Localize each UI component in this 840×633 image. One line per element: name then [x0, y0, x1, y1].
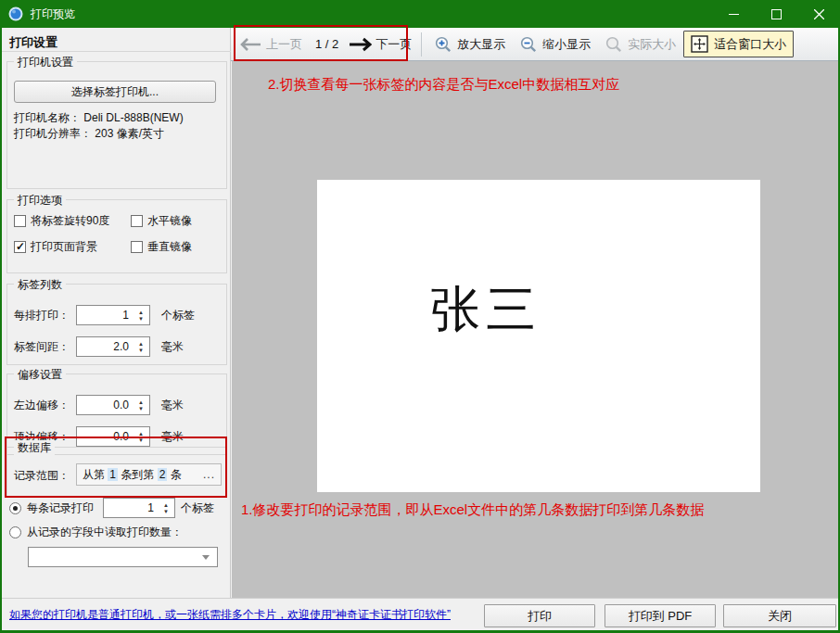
radio-label: 从记录的字段中读取打印数量：: [27, 525, 183, 540]
zoom-in-button[interactable]: 放大显示: [427, 32, 513, 57]
actual-size-icon: [605, 36, 622, 53]
spin-down-icon[interactable]: ▼: [138, 348, 144, 353]
label-columns-group: 标签列数 每排打印： 1 ▲▼ 个标签 标签间距： 2.0 ▲▼ 毫米: [6, 284, 227, 365]
database-group: 数据库 记录范围： 从第 1 条到第 2 条 ...: [6, 447, 227, 498]
print-button[interactable]: 打印: [484, 604, 595, 627]
checkbox-icon[interactable]: [14, 241, 26, 253]
record-range-label: 记录范围：: [14, 468, 70, 484]
radio-label: 每条记录打印: [27, 500, 94, 516]
spin-up-icon[interactable]: ▲: [138, 399, 144, 405]
prev-page-arrow-icon[interactable]: [240, 37, 262, 52]
field-unit: 毫米: [161, 339, 184, 355]
label-name-text: 张三: [430, 276, 541, 344]
spin-down-icon[interactable]: ▼: [138, 316, 144, 322]
per-record-count-input[interactable]: 1 ▲▼: [103, 498, 175, 518]
field-label: 左边偏移：: [14, 398, 76, 413]
next-page-button[interactable]: 下一页: [375, 36, 412, 53]
checkbox-label: 将标签旋转90度: [31, 213, 109, 229]
app-icon: [8, 6, 23, 21]
close-icon: [814, 9, 824, 19]
checkbox-vertical-mirror[interactable]: 垂直镜像: [131, 239, 192, 255]
print-preview-window: 打印预览 打印设置 打印机设置 选择标签打印机... 打印机名称： Deli D…: [0, 0, 840, 633]
print-to-pdf-button[interactable]: 打印到 PDF: [605, 604, 716, 627]
close-dialog-button[interactable]: 关闭: [723, 604, 836, 627]
fit-window-label: 适合窗口大小: [714, 36, 786, 53]
spin-down-icon[interactable]: ▼: [138, 437, 144, 443]
field-unit: 毫米: [161, 398, 184, 413]
fit-window-button[interactable]: 适合窗口大小: [683, 31, 794, 57]
printer-settings-group: 打印机设置 选择标签打印机... 打印机名称： Deli DL-888B(NEW…: [6, 61, 227, 189]
record-range-value: 从第 1 条到第 2 条: [83, 467, 203, 483]
browse-ellipsis-button[interactable]: ...: [203, 468, 215, 481]
zoom-in-label: 放大显示: [457, 36, 505, 53]
minimize-icon: [729, 9, 739, 19]
group-title: 打印选项: [14, 193, 66, 209]
software-recommendation-link[interactable]: 如果您的打印机是普通打印机，或一张纸需排多个卡片，欢迎使用“神奇证卡证书打印软件…: [9, 607, 451, 623]
spin-up-icon[interactable]: ▲: [138, 431, 144, 437]
quantity-field-combobox[interactable]: [28, 547, 218, 567]
group-title: 数据库: [14, 440, 55, 456]
left-offset-input[interactable]: 0.0 ▲▼: [76, 395, 150, 415]
zoom-out-icon: [520, 36, 537, 53]
record-range-control[interactable]: 从第 1 条到第 2 条 ...: [76, 463, 222, 486]
fit-window-icon: [691, 35, 708, 53]
group-title: 打印机设置: [14, 55, 77, 70]
dropdown-arrow-icon: [202, 555, 210, 560]
checkbox-horizontal-mirror[interactable]: 水平镜像: [131, 213, 192, 229]
field-unit: 个标签: [161, 308, 195, 323]
spin-down-icon[interactable]: ▼: [163, 509, 169, 514]
labels-per-row-field: 每排打印： 1 ▲▼ 个标签: [14, 305, 195, 325]
caption-buttons: [712, 0, 840, 28]
maximize-icon: [771, 9, 782, 19]
spinner-buttons[interactable]: ▲▼: [134, 428, 147, 445]
panel-divider: [2, 51, 231, 52]
checkbox-icon[interactable]: [131, 241, 143, 253]
range-end: 2: [158, 468, 168, 481]
checkbox-label: 垂直镜像: [147, 239, 192, 255]
spinner-buttons[interactable]: ▲▼: [134, 307, 147, 323]
checkbox-rotate-90[interactable]: 将标签旋转90度: [14, 213, 109, 229]
checkbox-icon[interactable]: [14, 215, 26, 227]
from-field-radio-row[interactable]: 从记录的字段中读取打印数量：: [9, 525, 183, 540]
per-record-radio-row[interactable]: 每条记录打印 1 ▲▼ 个标签: [9, 498, 214, 518]
spinner-buttons[interactable]: ▲▼: [159, 500, 172, 516]
actual-size-button[interactable]: 实际大小: [598, 32, 683, 57]
zoom-out-label: 缩小显示: [542, 36, 591, 53]
printer-resolution-line: 打印机分辨率： 203 像素/英寸: [14, 126, 164, 142]
label-spacing-input[interactable]: 2.0 ▲▼: [76, 336, 150, 357]
next-page-arrow-icon[interactable]: [348, 36, 372, 53]
spin-up-icon[interactable]: ▲: [163, 502, 169, 508]
spinner-buttons[interactable]: ▲▼: [134, 338, 147, 355]
spinner-buttons[interactable]: ▲▼: [134, 397, 147, 413]
labels-per-row-input[interactable]: 1 ▲▼: [76, 305, 150, 325]
checkbox-icon[interactable]: [131, 215, 143, 227]
prev-page-button[interactable]: 上一页: [266, 36, 302, 53]
close-button[interactable]: [797, 0, 840, 28]
radio-icon[interactable]: [9, 502, 21, 514]
radio-unit: 个标签: [181, 500, 214, 516]
preview-toolbar: 上一页 1 / 2 下一页 放大显示 缩小显示: [231, 28, 840, 61]
select-printer-button[interactable]: 选择标签打印机...: [14, 81, 216, 103]
printer-name-line: 打印机名称： Deli DL-888B(NEW): [14, 110, 184, 126]
page-indicator: 1 / 2: [315, 37, 338, 51]
radio-icon[interactable]: [9, 526, 21, 538]
zoom-out-button[interactable]: 缩小显示: [513, 32, 598, 57]
spin-up-icon[interactable]: ▲: [138, 310, 144, 315]
top-offset-input[interactable]: 0.0 ▲▼: [76, 426, 150, 447]
spin-up-icon[interactable]: ▲: [138, 341, 144, 347]
minimize-button[interactable]: [712, 0, 755, 28]
checkbox-print-background[interactable]: 打印页面背景: [14, 239, 97, 255]
field-unit: 毫米: [161, 429, 184, 445]
footer-bar: 如果您的打印机是普通打印机，或一张纸需排多个卡片，欢迎使用“神奇证卡证书打印软件…: [2, 598, 838, 630]
actual-size-label: 实际大小: [628, 36, 676, 53]
maximize-button[interactable]: [755, 0, 797, 28]
group-title: 标签列数: [14, 277, 66, 293]
checkbox-label: 打印页面背景: [31, 239, 97, 255]
toolbar-separator: [421, 32, 422, 57]
spin-down-icon[interactable]: ▼: [138, 406, 144, 411]
field-label: 每排打印：: [14, 308, 76, 323]
window-title: 打印预览: [31, 6, 75, 22]
print-options-group: 打印选项 将标签旋转90度 水平镜像 打印页面背景 垂直镜像: [6, 199, 227, 273]
left-offset-field: 左边偏移： 0.0 ▲▼ 毫米: [14, 395, 184, 415]
checkbox-label: 水平镜像: [147, 213, 192, 229]
